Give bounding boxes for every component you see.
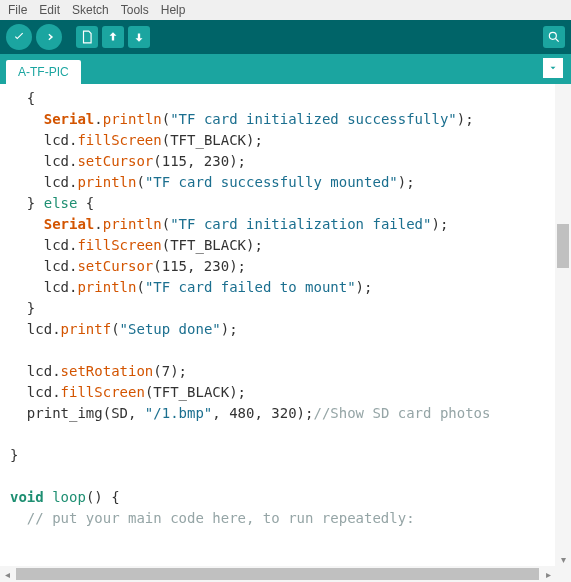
scroll-right-arrow-icon[interactable]: ▸ (541, 569, 555, 580)
svg-point-0 (549, 32, 556, 39)
new-sketch-button[interactable] (76, 26, 98, 48)
magnifier-icon (547, 30, 561, 44)
menu-edit[interactable]: Edit (35, 2, 64, 18)
menu-file[interactable]: File (4, 2, 31, 18)
verify-button[interactable] (6, 24, 32, 50)
arrow-up-icon (106, 30, 120, 44)
code-editor[interactable]: { Serial.println("TF card initialized su… (0, 84, 555, 566)
horizontal-scrollbar[interactable]: ◂ ▸ (0, 566, 571, 582)
scrollbar-thumb[interactable] (16, 568, 539, 580)
tab-menu-button[interactable] (543, 58, 563, 78)
save-sketch-button[interactable] (128, 26, 150, 48)
scrollbar-thumb[interactable] (557, 224, 569, 268)
scroll-left-arrow-icon[interactable]: ◂ (0, 569, 14, 580)
scroll-down-arrow-icon[interactable]: ▾ (555, 552, 571, 566)
menu-tools[interactable]: Tools (117, 2, 153, 18)
tabbar: A-TF-PIC (0, 54, 571, 84)
toolbar (0, 20, 571, 54)
upload-button[interactable] (36, 24, 62, 50)
tab-active[interactable]: A-TF-PIC (6, 60, 81, 84)
open-sketch-button[interactable] (102, 26, 124, 48)
chevron-down-icon (548, 63, 558, 73)
arrow-right-icon (42, 30, 56, 44)
serial-monitor-button[interactable] (543, 26, 565, 48)
menu-help[interactable]: Help (157, 2, 190, 18)
arrow-down-icon (132, 30, 146, 44)
check-icon (12, 30, 26, 44)
vertical-scrollbar[interactable]: ▾ (555, 84, 571, 566)
file-icon (80, 30, 94, 44)
menubar: File Edit Sketch Tools Help (0, 0, 571, 20)
menu-sketch[interactable]: Sketch (68, 2, 113, 18)
editor-area: { Serial.println("TF card initialized su… (0, 84, 571, 566)
